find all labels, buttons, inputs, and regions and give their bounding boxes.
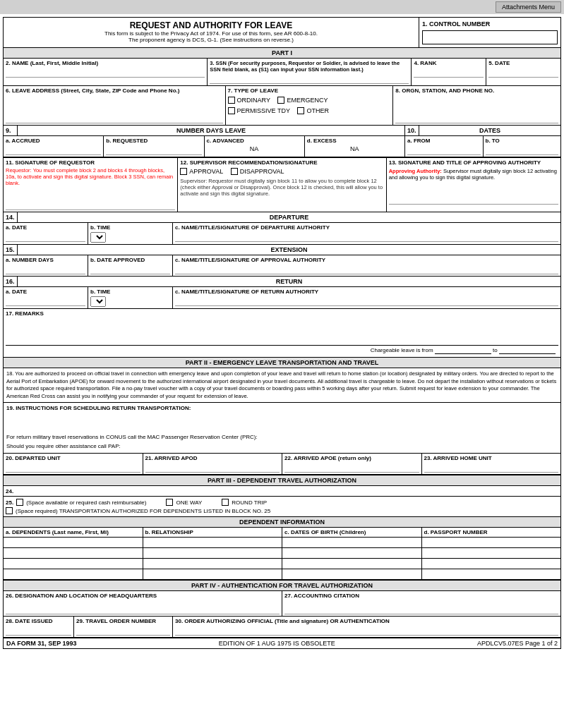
form-container: REQUEST AND AUTHORITY FOR LEAVE This for…: [3, 17, 561, 649]
ret-name-field[interactable]: [175, 296, 558, 306]
sig-requestor-note: Requestor: You must complete block 2 and…: [6, 167, 175, 186]
approval-checkbox[interactable]: [180, 168, 187, 175]
remarks-section: 17. REMARKS Chargeable leave is from to: [4, 309, 560, 358]
departed-unit-label: 20. DEPARTED UNIT: [6, 455, 140, 461]
rank-field[interactable]: [414, 68, 484, 78]
ret-time-dropdown[interactable]: [90, 296, 106, 307]
ret-date-field[interactable]: [6, 296, 85, 306]
name-field[interactable]: [6, 68, 205, 78]
dep-row1-rel[interactable]: [143, 538, 283, 547]
other-checkbox[interactable]: [297, 107, 304, 114]
dates-header: DATES: [419, 126, 560, 135]
departure-fields: a. DATE b. TIME c. NAME/TITLE/SIGNATURE …: [4, 223, 560, 244]
instructions-field[interactable]: [6, 411, 558, 432]
sig-requestor-field[interactable]: [6, 200, 175, 210]
dep-row3-rel[interactable]: [143, 559, 283, 569]
remarks-field[interactable]: [6, 317, 558, 345]
emergency-option[interactable]: EMERGENCY: [277, 97, 328, 104]
emergency-checkbox[interactable]: [277, 97, 284, 104]
dep-row2-rel[interactable]: [143, 548, 283, 558]
date-label: 5. DATE: [488, 60, 558, 66]
page: Attachments Menu REQUEST AND AUTHORITY F…: [0, 0, 564, 649]
permissive-tdy-option[interactable]: PERMISSIVE TDY: [228, 107, 290, 114]
date-issued-field[interactable]: [6, 626, 71, 636]
cell-accounting: 27. ACCOUNTING CITATION: [282, 591, 560, 616]
date-field[interactable]: [488, 68, 558, 78]
ext-name-label: c. NAME/TITLE/SIGNATURE OF APPROVAL AUTH…: [175, 257, 558, 263]
section10-num: 10.: [405, 126, 419, 135]
accounting-field[interactable]: [284, 600, 558, 614]
ext-num-days-field[interactable]: [6, 265, 85, 274]
dep-row4-dob[interactable]: [282, 569, 422, 579]
one-way-checkbox[interactable]: [166, 499, 173, 506]
dep-row4-passport[interactable]: [422, 569, 561, 579]
disapproval-checkbox[interactable]: [231, 168, 238, 175]
to-field[interactable]: [486, 145, 559, 155]
mac-line: For return military travel reservations …: [6, 432, 558, 442]
space-required-checkbox[interactable]: [6, 507, 13, 514]
order-auth-field[interactable]: [175, 626, 558, 636]
part2-text: 18. You are authorized to proceed on off…: [4, 368, 560, 403]
dep-row3-dob[interactable]: [282, 559, 422, 569]
round-trip-label: ROUND TRIP: [232, 499, 267, 506]
travel-order-field[interactable]: [76, 626, 170, 636]
ext-date-approved-field[interactable]: [90, 265, 170, 274]
requested-field[interactable]: [106, 145, 201, 155]
space-available-checkbox[interactable]: [16, 499, 23, 506]
accrued-field[interactable]: [6, 145, 101, 155]
dep-row1-dob[interactable]: [282, 538, 422, 547]
orgn-field[interactable]: [395, 95, 558, 123]
cell-travel-order: 29. TRAVEL ORDER NUMBER: [74, 617, 173, 637]
arrived-home-field[interactable]: [424, 463, 559, 473]
dep-row4-name[interactable]: [4, 569, 143, 579]
ordinary-label: ORDINARY: [237, 97, 270, 104]
disapproval-option[interactable]: DISAPPROVAL: [231, 168, 284, 175]
dep-time-label: b. TIME: [90, 224, 170, 231]
dep-row3-name[interactable]: [4, 559, 143, 569]
ssn-field[interactable]: [210, 74, 409, 84]
extension-header-text: EXTENSION: [18, 245, 560, 255]
leave-address-field[interactable]: [6, 95, 223, 123]
approving-authority-field[interactable]: [389, 195, 558, 205]
ordinary-checkbox[interactable]: [228, 97, 235, 104]
dep-time-dropdown[interactable]: [90, 232, 106, 243]
disapproval-label: DISAPPROVAL: [240, 168, 284, 175]
dep-row2-passport[interactable]: [422, 548, 561, 558]
ext-name-field[interactable]: [175, 265, 558, 274]
dep-row2-dob[interactable]: [282, 548, 422, 558]
permissive-tdy-checkbox[interactable]: [228, 107, 235, 114]
attachments-menu-button[interactable]: Attachments Menu: [496, 1, 561, 13]
ext-num-days-cell: a. NUMBER DAYS: [4, 255, 88, 276]
supervisor-note: Supervisor: Requestor must digitally sig…: [180, 178, 383, 197]
extension-num: 15.: [4, 245, 18, 255]
dep-row2-name[interactable]: [4, 548, 143, 558]
dep-name-cell: c. NAME/TITLE/SIGNATURE OF DEPARTURE AUT…: [173, 223, 560, 244]
arrived-apod-field[interactable]: [145, 463, 280, 473]
from-field[interactable]: [407, 145, 481, 155]
row-20-23: 20. DEPARTED UNIT 21. ARRIVED APOD 22. A…: [4, 454, 560, 475]
round-trip-checkbox[interactable]: [222, 499, 229, 506]
cell-arrived-apod: 21. ARRIVED APOD: [143, 454, 283, 474]
ordinary-option[interactable]: ORDINARY: [228, 97, 270, 104]
row25-item1: 25. (Space available or required cash re…: [6, 499, 267, 506]
row25-item2: (Space required) TRANSPORTATION AUTHORIZ…: [6, 507, 270, 514]
designation-field[interactable]: [6, 600, 280, 614]
dep-row1-name[interactable]: [4, 538, 143, 547]
dep-row3-passport[interactable]: [422, 559, 561, 569]
dep-row4-rel[interactable]: [143, 569, 283, 579]
approval-option[interactable]: APPROVAL: [180, 168, 223, 175]
dep-row1-passport[interactable]: [422, 538, 561, 547]
other-option[interactable]: OTHER: [297, 107, 329, 114]
designation-label: 26. DESIGNATION AND LOCATION OF HEADQUAR…: [6, 593, 280, 599]
dep-date-field[interactable]: [6, 232, 85, 242]
block25-label: 25.: [6, 499, 13, 506]
departed-unit-field[interactable]: [6, 463, 140, 473]
arrived-apoe-field[interactable]: [284, 463, 419, 473]
ret-name-label: c. NAME/TITLE/SIGNATURE OF RETURN AUTHOR…: [175, 289, 558, 295]
control-number-box[interactable]: [422, 30, 558, 44]
return-fields: a. DATE b. TIME c. NAME/TITLE/SIGNATURE …: [4, 287, 560, 308]
relationship-header: b. RELATIONSHIP: [143, 528, 283, 537]
dep-name-field[interactable]: [175, 232, 558, 242]
pap-line: Should you require other assistance call…: [6, 442, 558, 451]
permissive-tdy-label: PERMISSIVE TDY: [237, 107, 290, 114]
